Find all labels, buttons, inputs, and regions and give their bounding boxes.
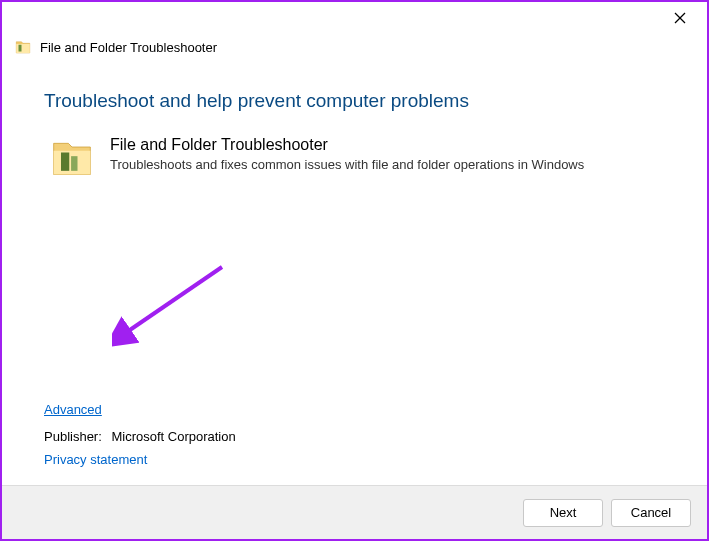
next-button[interactable]: Next [523, 499, 603, 527]
cancel-button[interactable]: Cancel [611, 499, 691, 527]
troubleshooter-window: File and Folder Troubleshooter Troublesh… [0, 0, 709, 541]
svg-line-5 [124, 267, 222, 334]
troubleshooter-item: File and Folder Troubleshooter Troublesh… [44, 136, 665, 180]
svg-rect-2 [19, 45, 22, 52]
window-header: File and Folder Troubleshooter [2, 34, 707, 62]
content-area: Troubleshoot and help prevent computer p… [2, 62, 707, 485]
advanced-link[interactable]: Advanced [44, 402, 236, 417]
bottom-links: Advanced Publisher: Microsoft Corporatio… [44, 402, 236, 467]
troubleshooter-text: File and Folder Troubleshooter Troublesh… [110, 136, 584, 172]
folder-icon [14, 38, 32, 56]
item-title: File and Folder Troubleshooter [110, 136, 584, 154]
annotation-arrow-icon [112, 262, 232, 352]
svg-rect-3 [61, 153, 69, 171]
footer: Next Cancel [2, 485, 707, 539]
privacy-link[interactable]: Privacy statement [44, 452, 236, 467]
window-title: File and Folder Troubleshooter [40, 40, 217, 55]
folder-large-icon [50, 136, 94, 180]
close-icon [674, 12, 686, 24]
titlebar [2, 2, 707, 34]
item-description: Troubleshoots and fixes common issues wi… [110, 157, 584, 172]
publisher-label: Publisher: [44, 429, 102, 444]
svg-rect-4 [71, 156, 77, 171]
publisher-value: Microsoft Corporation [111, 429, 235, 444]
close-button[interactable] [665, 4, 695, 32]
page-heading: Troubleshoot and help prevent computer p… [44, 90, 665, 112]
publisher-row: Publisher: Microsoft Corporation [44, 429, 236, 444]
